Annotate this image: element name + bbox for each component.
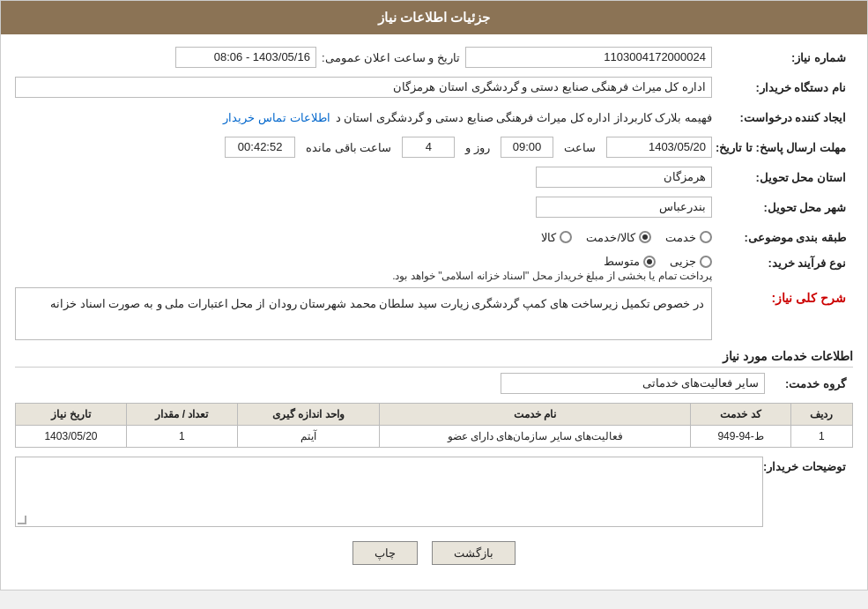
back-button[interactable]: بازگشت	[432, 541, 516, 565]
col-name: نام خدمت	[379, 404, 690, 426]
category-label: طبقه بندی موضوعی:	[712, 231, 853, 244]
province-row: استان محل تحویل: هرمزگان	[15, 165, 853, 189]
city-value-col: بندرعباس	[15, 197, 712, 218]
need-number-value-col: 1103004172000024 تاریخ و ساعت اعلان عموم…	[15, 47, 712, 68]
service-group-value: سایر فعالیت‌های خدماتی	[501, 373, 765, 394]
description-row: شرح کلی نیاز: در خصوص تکمیل زیرساخت های …	[15, 287, 853, 340]
process-partial-label: جزیی	[670, 255, 696, 268]
buyer-desc-box[interactable]	[15, 457, 763, 527]
category-option-goods[interactable]: کالا	[541, 231, 572, 244]
radio-goods-service-icon	[639, 231, 651, 243]
buyer-desc-row: توضیحات خریدار:	[15, 457, 853, 527]
contact-info-link[interactable]: اطلاعات تماس خریدار	[223, 111, 330, 124]
category-option-goods-service[interactable]: کالا/خدمت	[586, 231, 651, 244]
response-date-value: 1403/05/20	[606, 137, 712, 158]
cell-row: 1	[790, 426, 852, 448]
buyer-desc-label: توضیحات خریدار:	[763, 457, 853, 473]
response-deadline-row: مهلت ارسال پاسخ: تا تاریخ: 1403/05/20 سا…	[15, 135, 853, 160]
description-label: شرح کلی نیاز:	[712, 287, 853, 305]
response-deadline-value-col: 1403/05/20 ساعت 09:00 روز و 4 ساعت باقی …	[15, 137, 712, 158]
response-days-value: 4	[402, 137, 455, 158]
print-button[interactable]: چاپ	[352, 541, 418, 565]
process-option-partial[interactable]: جزیی	[670, 255, 712, 268]
service-group-row: گروه خدمت: سایر فعالیت‌های خدماتی	[15, 373, 853, 394]
process-medium-label: متوسط	[604, 255, 640, 268]
page-header: جزئیات اطلاعات نیاز	[1, 1, 867, 34]
col-date: تاریخ نیاز	[16, 404, 127, 426]
category-option-service[interactable]: خدمت	[665, 231, 712, 244]
created-by-label: ایجاد کننده درخواست:	[712, 111, 853, 124]
col-code: کد خدمت	[691, 404, 790, 426]
col-row: ردیف	[790, 404, 852, 426]
buttons-row: بازگشت چاپ	[15, 541, 853, 565]
cell-name: فعالیت‌های سایر سازمان‌های دارای عضو	[379, 426, 690, 448]
province-value-col: هرمزگان	[15, 167, 712, 188]
table-row: 1ط-94-949فعالیت‌های سایر سازمان‌های دارا…	[16, 426, 853, 448]
table-header: ردیف کد خدمت نام خدمت واحد اندازه گیری ت…	[16, 404, 853, 426]
radio-partial-icon	[700, 256, 712, 268]
need-number-value: 1103004172000024	[465, 47, 712, 68]
city-value: بندرعباس	[536, 197, 712, 218]
buyer-org-label: نام دستگاه خریدار:	[712, 81, 853, 94]
created-by-row: ایجاد کننده درخواست: فهیمه بلارک کاربردا…	[15, 105, 853, 130]
category-service-label: خدمت	[665, 231, 696, 244]
city-row: شهر محل تحویل: بندرعباس	[15, 195, 853, 219]
process-option-medium[interactable]: متوسط	[604, 255, 656, 268]
buyer-org-value-col: اداره کل میراث فرهنگی صنایع دستی و گردشگ…	[15, 77, 712, 98]
description-value-col: در خصوص تکمیل زیرساخت های کمپ گردشگری زی…	[15, 287, 712, 340]
province-label: استان محل تحویل:	[712, 171, 853, 184]
service-group-label: گروه خدمت:	[765, 377, 853, 390]
radio-goods-icon	[560, 231, 572, 243]
remaining-time-label: ساعت باقی مانده	[306, 141, 391, 154]
resize-handle-icon[interactable]	[18, 516, 26, 524]
buyer-org-row: نام دستگاه خریدار: اداره کل میراث فرهنگی…	[15, 75, 853, 100]
content-area: شماره نیاز: 1103004172000024 تاریخ و ساع…	[1, 34, 867, 590]
cell-unit: آیتم	[237, 426, 379, 448]
announce-datetime-value: 1403/05/16 - 08:06	[175, 47, 316, 68]
need-number-row: شماره نیاز: 1103004172000024 تاریخ و ساع…	[15, 45, 853, 70]
buyer-org-value: اداره کل میراث فرهنگی صنایع دستی و گردشگ…	[15, 77, 712, 98]
process-options: جزیی متوسط	[604, 255, 712, 268]
services-table: ردیف کد خدمت نام خدمت واحد اندازه گیری ت…	[15, 403, 853, 448]
process-value-col: جزیی متوسط پرداخت تمام یا بخشی از مبلغ خ…	[15, 255, 712, 282]
category-goods-label: کالا	[541, 231, 556, 244]
city-label: شهر محل تحویل:	[712, 201, 853, 214]
created-by-value: فهیمه بلارک کاربرداز اداره کل میراث فرهن…	[336, 111, 712, 124]
process-row: نوع فرآیند خرید: جزیی متوسط پرداخت تمام …	[15, 255, 853, 282]
category-row: طبقه بندی موضوعی: خدمت کالا/خدمت کالا	[15, 225, 853, 249]
radio-service-icon	[700, 231, 712, 243]
cell-code: ط-94-949	[691, 426, 790, 448]
process-label: نوع فرآیند خرید:	[712, 255, 853, 270]
response-days-label: روز و	[465, 141, 490, 154]
services-section-title: اطلاعات خدمات مورد نیاز	[15, 349, 853, 368]
response-deadline-label: مهلت ارسال پاسخ: تا تاریخ:	[712, 141, 853, 154]
category-goods-service-label: کالا/خدمت	[586, 231, 635, 244]
col-unit: واحد اندازه گیری	[237, 404, 379, 426]
table-body: 1ط-94-949فعالیت‌های سایر سازمان‌های دارا…	[16, 426, 853, 448]
page-wrapper: جزئیات اطلاعات نیاز شماره نیاز: 11030041…	[0, 0, 868, 590]
page-title: جزئیات اطلاعات نیاز	[378, 10, 490, 25]
response-time-value: 09:00	[501, 137, 553, 158]
need-number-label: شماره نیاز:	[712, 51, 853, 64]
services-table-section: ردیف کد خدمت نام خدمت واحد اندازه گیری ت…	[15, 403, 853, 448]
category-options: خدمت کالا/خدمت کالا	[15, 231, 712, 244]
description-value: در خصوص تکمیل زیرساخت های کمپ گردشگری زی…	[15, 287, 712, 340]
cell-date: 1403/05/20	[16, 426, 127, 448]
response-time-label: ساعت	[564, 141, 596, 154]
created-by-value-col: فهیمه بلارک کاربرداز اداره کل میراث فرهن…	[15, 111, 712, 124]
cell-qty: 1	[126, 426, 237, 448]
remaining-time-value: 00:42:52	[225, 137, 295, 158]
announce-datetime-label: تاریخ و ساعت اعلان عمومی:	[322, 51, 460, 64]
process-note: پرداخت تمام یا بخشی از مبلغ خریداز محل "…	[392, 270, 712, 282]
col-qty: تعداد / مقدار	[126, 404, 237, 426]
radio-medium-icon	[643, 256, 656, 268]
province-value: هرمزگان	[536, 167, 712, 188]
